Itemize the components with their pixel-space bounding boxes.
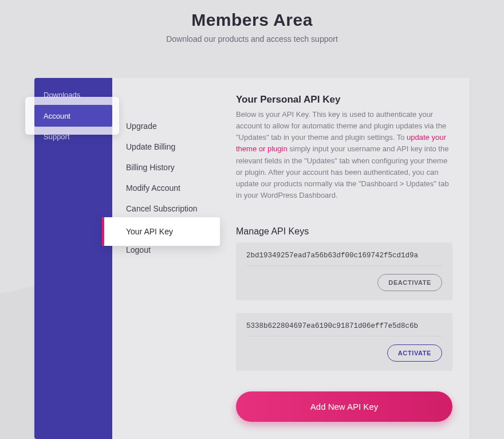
main-panel: Downloads Support Account Upgrade Update… <box>34 78 470 439</box>
page-title: Members Area <box>0 10 504 30</box>
sidebar-spacer <box>34 105 112 127</box>
submenu-item-modify-account[interactable]: Modify Account <box>126 178 219 198</box>
add-new-api-key-button[interactable]: Add New API Key <box>236 391 452 422</box>
submenu: Upgrade Update Billing Billing History M… <box>112 78 219 439</box>
api-key-value: 2bd19349257ead7a56b63df00c169742f5cd1d9a <box>246 252 442 266</box>
submenu-active-label: Your API Key <box>104 227 173 236</box>
content-description: Below is your API Key. This key is used … <box>236 109 452 201</box>
api-key-actions: ACTIVATE <box>246 344 442 362</box>
submenu-item-upgrade[interactable]: Upgrade <box>126 116 219 136</box>
sidebar: Downloads Support Account <box>34 78 112 439</box>
submenu-item-billing-history[interactable]: Billing History <box>126 157 219 178</box>
manage-keys-title: Manage API Keys <box>236 226 452 237</box>
page-subtitle: Download our products and access tech su… <box>0 34 504 44</box>
api-key-card: 5338b622804697ea6190c91871d06eff7e5d8c6b… <box>236 313 452 371</box>
api-key-value: 5338b622804697ea6190c91871d06eff7e5d8c6b <box>246 322 442 336</box>
page-header: Members Area Download our products and a… <box>0 0 504 44</box>
submenu-item-cancel-subscription[interactable]: Cancel Subscription <box>126 198 219 219</box>
content-title: Your Personal API Key <box>236 94 452 105</box>
api-key-actions: DEACTIVATE <box>246 274 442 291</box>
submenu-item-your-api-key[interactable]: Your API Key <box>102 217 220 246</box>
sidebar-item-support[interactable]: Support <box>34 127 112 147</box>
deactivate-button[interactable]: DEACTIVATE <box>377 274 442 291</box>
sidebar-item-downloads[interactable]: Downloads <box>34 85 112 105</box>
submenu-item-update-billing[interactable]: Update Billing <box>126 136 219 157</box>
api-key-card: 2bd19349257ead7a56b63df00c169742f5cd1d9a… <box>236 242 452 300</box>
content-area: Your Personal API Key Below is your API … <box>219 78 470 439</box>
activate-button[interactable]: ACTIVATE <box>387 344 442 362</box>
